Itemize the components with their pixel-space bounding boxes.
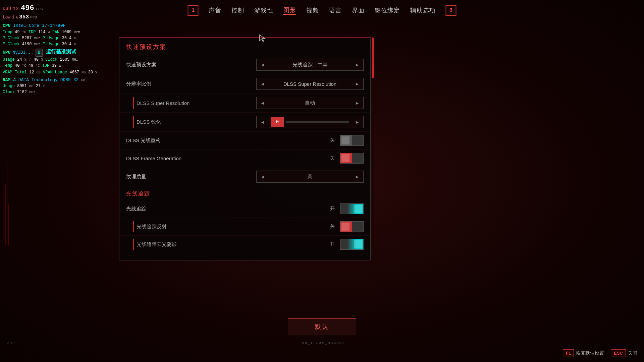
hud-ram-size: 32: [73, 77, 79, 82]
dlss-frame-gen-toggle[interactable]: [340, 153, 364, 164]
default-button[interactable]: 默认: [288, 318, 356, 335]
texture-quality-right-arrow[interactable]: ▶: [351, 171, 363, 183]
dlss-sharpen-value: 0: [271, 117, 284, 127]
dlss-sharpen-right-arrow[interactable]: ▶: [351, 116, 363, 128]
settings-scrollbar[interactable]: [372, 38, 374, 260]
hud-gpu-tdp-unit: W: [59, 64, 61, 68]
texture-quality-selector[interactable]: ◀ 高 ▶: [256, 171, 364, 183]
hud-p-usage-label: P-Usage: [43, 36, 59, 41]
nav-item-gameplay[interactable]: 游戏性: [254, 6, 273, 14]
hud-gpu-temp2: 49: [29, 63, 33, 68]
hud-p-usage-unit: %: [74, 37, 76, 40]
nav-item-language[interactable]: 语言: [329, 6, 342, 14]
hud-vram-usage-pct: 38: [88, 70, 93, 75]
quick-preset-right-arrow[interactable]: ▶: [351, 59, 363, 71]
raytracing-status: 开: [330, 206, 337, 212]
hud-d3d-num: 12: [13, 5, 19, 12]
hud-ram-clock-unit: MHz: [29, 90, 35, 94]
hud-p-usage-val: 35.4: [62, 36, 71, 41]
hud-tdp-unit: W: [48, 31, 50, 34]
nav-item-ui[interactable]: 界面: [352, 6, 365, 14]
cursor: [258, 34, 266, 44]
benchmark-badge[interactable]: B: [36, 49, 43, 57]
raytracing-toggle[interactable]: [340, 203, 364, 214]
rt-sun-shadow-toggle-container: 开: [330, 239, 364, 250]
dlss-sharpen-row: DLSS 锐化 ◀ 0 ▶: [119, 113, 370, 132]
nav-item-keybinding[interactable]: 键位绑定: [375, 6, 400, 14]
hud-gpu-clock-unit: MHz: [72, 58, 78, 62]
nav-item-graphics[interactable]: 图形: [283, 6, 296, 15]
dlss-sharpen-label: DLSS 锐化: [137, 119, 161, 125]
raytracing-label: 光线追踪: [126, 206, 146, 212]
hud-fan-label: FAN: [52, 30, 60, 35]
hud-e-usage-val: 30.4: [62, 42, 71, 47]
texture-quality-row: 纹理质量 ◀ 高 ▶: [119, 167, 370, 186]
hud-ram-clock-val: 7182: [17, 90, 27, 95]
hud-ram-unit: GB: [81, 78, 85, 82]
close-label: 关闭: [628, 350, 637, 356]
hud-e-usage-label: E-Usage: [43, 42, 59, 47]
hud-gpu-tdp-label: TDP: [42, 63, 50, 68]
hud-ram-usage-unit: MB: [29, 84, 33, 88]
dlss-frame-gen-label: DLSS Frame Generation: [126, 156, 181, 161]
hud-e-clock-val: 4190: [22, 42, 32, 47]
resolution-ratio-right-arrow[interactable]: ▶: [351, 78, 363, 90]
rt-sun-shadow-toggle[interactable]: [340, 239, 364, 250]
nav-item-accessibility[interactable]: 辅助选项: [410, 6, 436, 14]
hud-p-clock-label: P-Clock: [3, 36, 19, 41]
dlss-super-res-right-arrow[interactable]: ▶: [351, 97, 363, 109]
dlss-super-res-left-arrow[interactable]: ◀: [257, 97, 269, 109]
hud-tdp-label: TDP: [29, 30, 36, 35]
rt-reflections-status: 关: [330, 224, 337, 230]
resolution-ratio-label: 分辨率比例: [126, 81, 151, 87]
dlss-recon-toggle-container: 关: [330, 135, 364, 146]
hud-e-clock-unit: MHz: [34, 43, 40, 46]
hud-ram-usage-val: 8951: [17, 84, 27, 88]
dlss-recon-label: DLSS 光线重构: [126, 137, 161, 144]
dlss-sharpen-left-arrow[interactable]: ◀: [257, 116, 269, 128]
quick-preset-left-arrow[interactable]: ◀: [257, 59, 269, 71]
quick-preset-header: 快速预设方案: [119, 38, 370, 55]
version-info: V 05: [7, 341, 15, 345]
nav-item-video[interactable]: 视频: [306, 6, 319, 14]
hud-ram-label: RAM: [3, 77, 10, 82]
quick-preset-row: 快速预设方案 ◀ 光线追踪：中等 ▶: [119, 55, 370, 74]
hud-tdp-val: 114: [38, 30, 46, 35]
restore-defaults-btn[interactable]: F1 恢复默认设置: [563, 349, 604, 357]
sub-vert-bar-3: [133, 221, 134, 232]
hud-gpu-temp-label: Temp: [3, 63, 12, 68]
rt-sun-shadow-label: 光线追踪阳光阴影: [137, 241, 177, 248]
benchmark-text[interactable]: 运行基准测试: [46, 49, 76, 56]
dlss-super-res-selector[interactable]: ◀ 自动 ▶: [256, 97, 364, 109]
quick-preset-selector[interactable]: ◀ 光线追踪：中等 ▶: [256, 59, 364, 71]
dlss-recon-toggle[interactable]: [340, 135, 364, 146]
hud-gpu-temp-val: 40: [15, 63, 19, 68]
texture-quality-left-arrow[interactable]: ◀: [257, 171, 269, 183]
dlss-frame-gen-thumb: [341, 154, 350, 162]
hud-fan-unit: RPM: [74, 31, 80, 34]
quick-preset-label: 快速预设方案: [126, 62, 156, 68]
dlss-sharpen-slider[interactable]: ◀ 0 ▶: [256, 116, 364, 128]
hud-low-num: 1: [12, 14, 14, 21]
hud-temp-label: Temp: [3, 30, 12, 35]
raytracing-row: 光线追踪 开: [119, 200, 370, 218]
restore-key-badge: F1: [563, 349, 574, 357]
rt-sun-shadow-thumb: [354, 240, 362, 248]
hud-fps-value: 496: [21, 3, 34, 14]
resolution-ratio-left-arrow[interactable]: ◀: [257, 78, 269, 90]
hud-gpu-temp-unit: °C: [22, 64, 26, 68]
dlss-frame-gen-toggle-container: 关: [330, 153, 364, 164]
resolution-ratio-selector[interactable]: ◀ DLSS Super Resolution ▶: [256, 78, 364, 90]
settings-scroll-thumb: [372, 38, 374, 78]
hud-cpu-value: Intel Core i7-14790F: [13, 23, 65, 28]
rt-reflections-toggle[interactable]: [340, 221, 364, 232]
hud-panel: D3D 12 496 FPS Low 1 ‰ 353 FPS CPU Intel…: [0, 0, 107, 98]
rt-reflections-row: 光线追踪反射 关: [119, 218, 370, 236]
nav-item-control[interactable]: 控制: [231, 6, 244, 14]
rt-sun-shadow-status: 开: [330, 241, 337, 247]
hud-p-clock-val: 5287: [22, 36, 32, 41]
close-btn[interactable]: ESC 关闭: [611, 349, 637, 357]
resolution-ratio-row: 分辨率比例 ◀ DLSS Super Resolution ▶: [119, 74, 370, 94]
nav-item-sound[interactable]: 声音: [209, 6, 221, 14]
hud-fps-label: FPS: [36, 6, 43, 12]
